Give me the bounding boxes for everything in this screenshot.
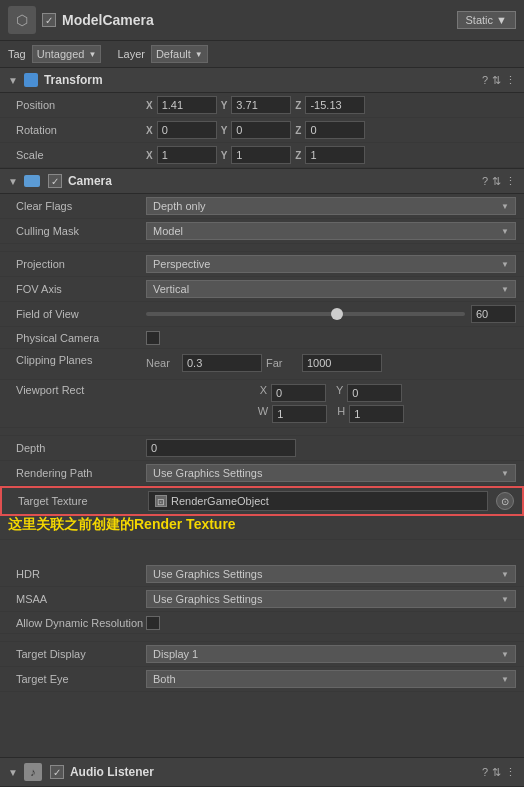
target-display-value: Display 1 [146, 645, 516, 663]
audio-more-icon[interactable]: ⋮ [505, 766, 516, 779]
allow-dynamic-row: Allow Dynamic Resolution [0, 612, 524, 634]
scale-z[interactable] [305, 146, 365, 164]
audio-help-icon[interactable]: ? [482, 766, 488, 778]
clear-flags-dropdown[interactable]: Depth only [146, 197, 516, 215]
annotation-text: 这里关联之前创建的Render Texture [8, 516, 236, 534]
fov-axis-value: Vertical [146, 280, 516, 298]
position-x[interactable] [157, 96, 217, 114]
scale-x[interactable] [157, 146, 217, 164]
depth-value [146, 439, 516, 457]
depth-input[interactable] [146, 439, 296, 457]
near-input[interactable] [182, 354, 262, 372]
fov-slider-track[interactable] [146, 312, 465, 316]
transform-triangle[interactable]: ▼ [8, 75, 18, 86]
field-of-view-row: Field of View [0, 302, 524, 327]
target-display-row: Target Display Display 1 [0, 642, 524, 667]
viewport-x[interactable] [271, 384, 326, 402]
audio-settings-icon[interactable]: ⇅ [492, 766, 501, 779]
camera-section-header: ▼ Camera ? ⇅ ⋮ [0, 168, 524, 194]
position-row: Position X Y Z [0, 93, 524, 118]
help-icon[interactable]: ? [482, 74, 488, 86]
rendering-path-dropdown[interactable]: Use Graphics Settings [146, 464, 516, 482]
settings-icon[interactable]: ⇅ [492, 74, 501, 87]
scale-value: X Y Z [146, 146, 516, 164]
target-eye-value: Both [146, 670, 516, 688]
position-y[interactable] [231, 96, 291, 114]
static-button[interactable]: Static ▼ [457, 11, 516, 29]
clipping-planes-row: Clipping Planes Near Far [0, 349, 524, 380]
scale-label: Scale [16, 149, 146, 161]
fov-input[interactable] [471, 305, 516, 323]
rotation-row: Rotation X Y Z [0, 118, 524, 143]
layer-label: Layer [117, 48, 145, 60]
msaa-dropdown[interactable]: Use Graphics Settings [146, 590, 516, 608]
projection-row: Projection Perspective [0, 252, 524, 277]
camera-triangle[interactable]: ▼ [8, 176, 18, 187]
target-texture-row: Target Texture ⊡ RenderGameObject ⊙ [0, 486, 524, 516]
camera-help-icon[interactable]: ? [482, 175, 488, 187]
physical-camera-checkbox[interactable] [146, 331, 160, 345]
viewport-y[interactable] [347, 384, 402, 402]
z-label: Z [295, 100, 301, 111]
depth-row: Depth [0, 436, 524, 461]
projection-dropdown[interactable]: Perspective [146, 255, 516, 273]
audio-checkbox[interactable] [50, 765, 64, 779]
sz-label: Z [295, 150, 301, 161]
rotation-value: X Y Z [146, 121, 516, 139]
target-eye-dropdown[interactable]: Both [146, 670, 516, 688]
audio-section-header: ▼ ♪ Audio Listener ? ⇅ ⋮ [0, 757, 524, 787]
hdr-row: HDR Use Graphics Settings [0, 562, 524, 587]
physical-camera-value [146, 331, 516, 345]
target-texture-value: ⊡ RenderGameObject ⊙ [148, 491, 514, 511]
allow-dynamic-checkbox[interactable] [146, 616, 160, 630]
culling-mask-dropdown[interactable]: Model [146, 222, 516, 240]
projection-value: Perspective [146, 255, 516, 273]
rotation-label: Rotation [16, 124, 146, 136]
rx-label: X [146, 125, 153, 136]
tag-dropdown[interactable]: Untagged [32, 45, 102, 63]
physical-camera-label: Physical Camera [16, 332, 146, 344]
rotation-z[interactable] [305, 121, 365, 139]
position-z[interactable] [305, 96, 365, 114]
clear-flags-label: Clear Flags [16, 200, 146, 212]
fov-axis-label: FOV Axis [16, 283, 146, 295]
texture-icon: ⊡ [155, 495, 167, 507]
camera-settings-icon[interactable]: ⇅ [492, 175, 501, 188]
viewport-w[interactable] [272, 405, 327, 423]
transform-color-icon [24, 73, 38, 87]
target-eye-label: Target Eye [16, 673, 146, 685]
sx-label: X [146, 150, 153, 161]
culling-mask-value: Model [146, 222, 516, 240]
texture-select-button[interactable]: ⊙ [496, 492, 514, 510]
projection-label: Projection [16, 258, 146, 270]
object-checkbox[interactable] [42, 13, 56, 27]
hdr-dropdown[interactable]: Use Graphics Settings [146, 565, 516, 583]
rotation-x[interactable] [157, 121, 217, 139]
viewport-h[interactable] [349, 405, 404, 423]
audio-icon: ♪ [24, 763, 42, 781]
camera-more-icon[interactable]: ⋮ [505, 175, 516, 188]
target-display-dropdown[interactable]: Display 1 [146, 645, 516, 663]
target-eye-row: Target Eye Both [0, 667, 524, 692]
vp-w-label: W [258, 405, 268, 423]
field-of-view-value [146, 305, 516, 323]
more-icon[interactable]: ⋮ [505, 74, 516, 87]
audio-triangle[interactable]: ▼ [8, 767, 18, 778]
rz-label: Z [295, 125, 301, 136]
x-label: X [146, 100, 153, 111]
fov-axis-dropdown[interactable]: Vertical [146, 280, 516, 298]
camera-checkbox[interactable] [48, 174, 62, 188]
position-label: Position [16, 99, 146, 111]
far-label: Far [266, 357, 296, 369]
target-texture-field[interactable]: ⊡ RenderGameObject [148, 491, 488, 511]
texture-name: RenderGameObject [171, 495, 269, 507]
layer-dropdown[interactable]: Default [151, 45, 208, 63]
rotation-y[interactable] [231, 121, 291, 139]
allow-dynamic-label: Allow Dynamic Resolution [16, 617, 146, 629]
fov-slider-thumb[interactable] [331, 308, 343, 320]
viewport-rect-value: X Y W H [146, 384, 516, 423]
scale-y[interactable] [231, 146, 291, 164]
far-input[interactable] [302, 354, 382, 372]
clear-flags-value[interactable]: Depth only [146, 197, 516, 215]
scale-row: Scale X Y Z [0, 143, 524, 168]
